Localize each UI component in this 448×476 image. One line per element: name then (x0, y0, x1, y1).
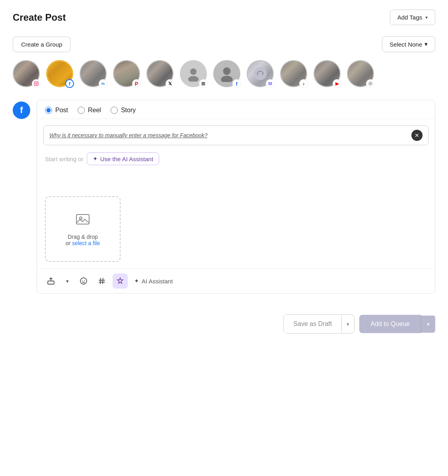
svg-point-10 (254, 67, 267, 80)
post-type-reel[interactable]: Reel (78, 107, 101, 114)
reel-label: Reel (88, 107, 101, 114)
svg-rect-13 (76, 215, 89, 224)
writing-area[interactable]: Start writing or ✦ Use the AI Assistant (37, 145, 435, 193)
svg-point-9 (221, 76, 232, 82)
upload-button[interactable] (43, 273, 58, 289)
svg-rect-5 (202, 82, 205, 83)
svg-point-1 (35, 83, 37, 84)
post-type-post[interactable]: Post (45, 107, 68, 114)
toolbar: ▾ ✦ AI Assistant (37, 268, 435, 293)
avatar-facebook-2[interactable]: f (213, 60, 242, 89)
ai-wand-toolbar-icon: ✦ (134, 277, 139, 285)
save-draft-button[interactable]: Save as Draft (284, 315, 341, 333)
buffer-badge-icon (199, 79, 208, 88)
svg-point-2 (37, 82, 37, 83)
twitter-badge-icon: 𝕏 (166, 79, 174, 88)
post-radio[interactable] (45, 107, 52, 114)
post-content-area: f Post Reel Story Why is it (13, 100, 435, 294)
svg-line-19 (100, 278, 101, 284)
svg-point-12 (370, 83, 371, 84)
avatar-linkedin[interactable]: in (80, 60, 108, 89)
svg-rect-7 (202, 84, 205, 85)
avatar-buffer[interactable] (180, 60, 208, 89)
ai-assistant-toolbar-button[interactable]: ✦ AI Assistant (134, 277, 173, 285)
emoji-button[interactable] (76, 273, 91, 289)
avatar-grid: f in P 𝕏 (13, 60, 435, 89)
svg-point-18 (84, 280, 85, 281)
page-title: Create Post (13, 12, 66, 23)
post-type-tabs: Post Reel Story (37, 100, 435, 119)
avatar-facebook-selected[interactable]: f (46, 60, 75, 89)
mastodon-badge-icon: M (266, 79, 275, 88)
svg-point-17 (82, 280, 83, 281)
post-type-story[interactable]: Story (111, 107, 136, 114)
writing-placeholder: Start writing or ✦ Use the AI Assistant (45, 152, 427, 165)
select-none-chevron-icon: ▾ (425, 41, 428, 48)
svg-rect-15 (48, 281, 54, 284)
select-none-label: Select None (390, 41, 422, 48)
add-tags-label: Add Tags (397, 14, 422, 21)
search-bar: Why is it necessary to manually enter a … (43, 125, 429, 145)
action-row: Create a Group Select None ▾ (13, 36, 435, 52)
facebook-badge-2-icon: f (232, 79, 241, 88)
facebook-badge-selected-icon: f (65, 79, 74, 88)
avatar-tiktok[interactable]: ♪ (280, 60, 309, 89)
ai-assistant-inline-button[interactable]: ✦ Use the AI Assistant (87, 152, 159, 165)
ai-btn-label: Use the AI Assistant (100, 156, 153, 162)
drag-drop-text: Drag & drop or select a file (66, 234, 100, 246)
svg-point-16 (80, 278, 87, 284)
google-badge-icon (366, 79, 375, 88)
create-group-button[interactable]: Create a Group (13, 37, 70, 52)
svg-point-3 (190, 68, 197, 75)
close-search-button[interactable]: ✕ (411, 130, 423, 141)
tiktok-badge-icon: ♪ (299, 79, 308, 88)
save-draft-group: Save as Draft ▾ (283, 314, 355, 334)
hashtag-button[interactable] (94, 273, 109, 289)
add-to-queue-group: Add to Queue ▾ (359, 315, 435, 333)
story-label: Story (121, 107, 136, 114)
drag-drop-zone[interactable]: Drag & drop or select a file (45, 196, 121, 262)
pinterest-badge-icon: P (132, 79, 141, 88)
avatar-twitter[interactable]: 𝕏 (146, 60, 175, 89)
add-to-queue-chevron-button[interactable]: ▾ (421, 316, 435, 333)
post-label: Post (55, 107, 68, 114)
search-bar-text: Why is it necessary to manually enter a … (49, 132, 411, 139)
linkedin-badge-icon: in (99, 79, 107, 88)
avatar-mastodon[interactable]: M (247, 60, 275, 89)
avatar-instagram-1[interactable] (13, 60, 41, 89)
add-to-queue-button[interactable]: Add to Queue (359, 315, 421, 333)
placeholder-text: Start writing or (45, 156, 84, 162)
svg-point-4 (188, 76, 199, 82)
add-tags-chevron-icon: ▾ (425, 15, 428, 20)
svg-line-20 (103, 278, 103, 284)
story-radio[interactable] (111, 107, 118, 114)
avatar-pinterest[interactable]: P (113, 60, 142, 89)
instagram-badge-icon (32, 79, 41, 88)
svg-rect-6 (202, 83, 205, 84)
ai-assistant-toolbar-label: AI Assistant (142, 278, 173, 285)
reel-radio[interactable] (78, 107, 85, 114)
bottom-action-bar: Save as Draft ▾ Add to Queue ▾ (13, 303, 435, 341)
post-type-panel: Post Reel Story Why is it necessary to m… (37, 100, 435, 294)
svg-rect-0 (34, 82, 38, 86)
magic-button[interactable] (113, 273, 128, 289)
wand-icon: ✦ (93, 155, 98, 162)
svg-point-8 (223, 67, 231, 75)
facebook-platform-icon: f (13, 101, 30, 119)
select-none-button[interactable]: Select None ▾ (382, 36, 435, 52)
save-draft-chevron-button[interactable]: ▾ (341, 316, 354, 333)
header: Create Post Add Tags ▾ (13, 10, 435, 25)
upload-chevron-button[interactable]: ▾ (62, 273, 73, 289)
avatar-google[interactable] (347, 60, 376, 89)
image-upload-icon (76, 212, 90, 230)
add-tags-button[interactable]: Add Tags ▾ (390, 10, 435, 25)
select-file-link[interactable]: select a file (72, 240, 100, 246)
youtube-badge-icon: ▶ (333, 79, 341, 88)
avatar-youtube[interactable]: ▶ (314, 60, 342, 89)
